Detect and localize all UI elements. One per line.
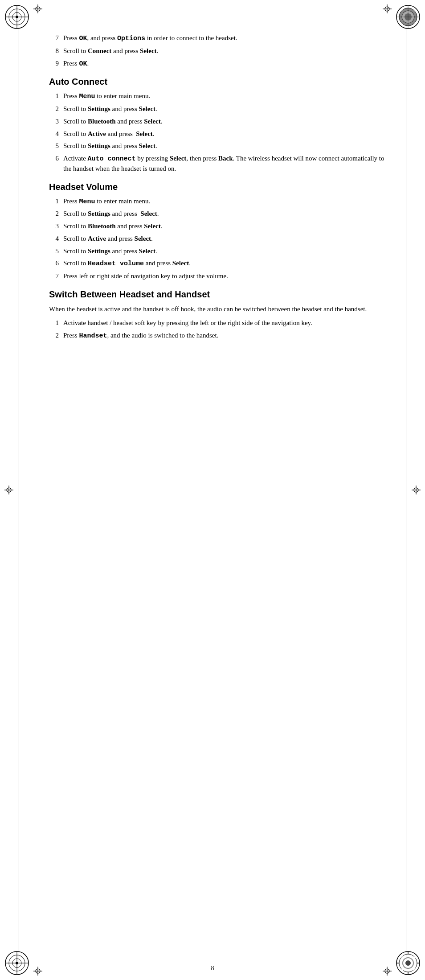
item-number: 7 — [49, 272, 59, 281]
corner-decoration-tr — [395, 4, 421, 30]
term-select: Select — [144, 118, 160, 125]
svg-point-17 — [16, 962, 18, 964]
term-headset-volume: Headset volume — [88, 260, 144, 268]
corner-decoration-br — [395, 950, 421, 976]
auto-connect-list: 1 Press Menu to enter main menu. 2 Scrol… — [49, 91, 385, 173]
section-switch-between: Switch Between Headset and Handset When … — [49, 289, 385, 341]
item-number: 3 — [49, 222, 59, 231]
term-bluetooth: Bluetooth — [88, 222, 116, 230]
term-select: Select — [139, 142, 155, 149]
item-text: Scroll to Active and press Select. — [63, 129, 385, 139]
crosshair-top-right — [383, 4, 392, 13]
term-settings: Settings — [88, 105, 110, 112]
item-text: Press OK, and press Options in order to … — [63, 33, 385, 44]
list-item: 2 Press Handset, and the audio is switch… — [49, 331, 385, 341]
term-active: Active — [88, 235, 106, 242]
list-item: 1 Activate handset / headset soft key by… — [49, 318, 385, 328]
list-item: 1 Press Menu to enter main menu. — [49, 197, 385, 207]
crosshair-bot-right — [383, 967, 392, 976]
list-item: 1 Press Menu to enter main menu. — [49, 91, 385, 102]
page-number: 8 — [211, 965, 214, 972]
item-number: 2 — [49, 331, 59, 341]
list-item: 7 Press OK, and press Options in order t… — [49, 33, 385, 44]
section-auto-connect: Auto Connect 1 Press Menu to enter main … — [49, 77, 385, 173]
item-number: 6 — [49, 259, 59, 269]
switch-between-list: 1 Activate handset / headset soft key by… — [49, 318, 385, 341]
section-title-headset-volume: Headset Volume — [49, 182, 385, 192]
item-number: 1 — [49, 318, 59, 328]
section-title-auto-connect: Auto Connect — [49, 77, 385, 87]
list-item: 7 Press left or right side of navigation… — [49, 272, 385, 281]
item-number: 9 — [49, 59, 59, 69]
list-item: 6 Scroll to Headset volume and press Sel… — [49, 259, 385, 269]
term-bluetooth: Bluetooth — [88, 118, 116, 125]
term-select: Select — [140, 47, 156, 54]
continued-list: 7 Press OK, and press Options in order t… — [49, 33, 385, 69]
item-number: 1 — [49, 197, 59, 207]
headset-volume-list: 1 Press Menu to enter main menu. 2 Scrol… — [49, 197, 385, 281]
section-continued: 7 Press OK, and press Options in order t… — [49, 33, 385, 69]
term-settings: Settings — [88, 210, 110, 217]
page: 7 Press OK, and press Options in order t… — [0, 0, 425, 980]
item-number: 3 — [49, 117, 59, 127]
border-top — [18, 19, 407, 19]
term-select: Select — [172, 259, 189, 267]
item-number: 1 — [49, 91, 59, 102]
item-text: Activate handset / headset soft key by p… — [63, 318, 385, 328]
list-item: 4 Scroll to Active and press Select. — [49, 234, 385, 244]
term-select: Select — [139, 105, 155, 112]
key-menu: Menu — [79, 93, 95, 100]
item-text: Scroll to Settings and press Select. — [63, 104, 385, 114]
term-settings-2: Settings — [88, 142, 110, 149]
item-text: Scroll to Settings and press Select. — [63, 209, 385, 219]
term-back: Back — [218, 155, 233, 162]
border-left — [19, 18, 19, 962]
section-title-switch-between: Switch Between Headset and Handset — [49, 289, 385, 300]
list-item: 9 Press OK. — [49, 59, 385, 69]
corner-decoration-bl — [4, 950, 30, 976]
item-number: 2 — [49, 104, 59, 114]
item-text: Scroll to Bluetooth and press Select. — [63, 117, 385, 127]
term-auto-connect: Auto connect — [88, 155, 136, 163]
border-right — [406, 18, 406, 962]
item-text: Scroll to Connect and press Select. — [63, 46, 385, 56]
list-item: 8 Scroll to Connect and press Select. — [49, 46, 385, 56]
item-text: Scroll to Headset volume and press Selec… — [63, 259, 385, 269]
item-text: Press left or right side of navigation k… — [63, 272, 385, 281]
item-text: Scroll to Bluetooth and press Select. — [63, 222, 385, 231]
item-text: Press Handset, and the audio is switched… — [63, 331, 385, 341]
key-handset: Handset — [79, 332, 107, 340]
section-headset-volume: Headset Volume 1 Press Menu to enter mai… — [49, 182, 385, 281]
key-options: Options — [117, 35, 145, 42]
item-text: Press OK. — [63, 59, 385, 69]
item-number: 5 — [49, 247, 59, 256]
term-select: Select — [136, 130, 152, 137]
term-select: Select — [170, 155, 186, 162]
item-number: 4 — [49, 234, 59, 244]
key-ok-2: OK — [79, 60, 87, 68]
term-select: Select — [139, 247, 155, 255]
item-number: 4 — [49, 129, 59, 139]
item-number: 7 — [49, 33, 59, 44]
crosshair-mid-right — [412, 486, 421, 494]
content-area: 7 Press OK, and press Options in order t… — [45, 25, 389, 955]
term-settings-3: Settings — [88, 247, 110, 255]
crosshair-mid-left — [4, 486, 13, 494]
svg-point-5 — [16, 16, 18, 18]
border-bottom — [18, 961, 407, 961]
term-active: Active — [88, 130, 106, 137]
list-item: 5 Scroll to Settings and press Select. — [49, 141, 385, 151]
list-item: 3 Scroll to Bluetooth and press Select. — [49, 117, 385, 127]
item-number: 2 — [49, 209, 59, 219]
section-intro-text: When the headset is active and the hands… — [49, 304, 385, 314]
item-number: 5 — [49, 141, 59, 151]
corner-decoration-tl — [4, 4, 30, 30]
list-item: 6 Activate Auto connect by pressing Sele… — [49, 154, 385, 174]
term-select: Select — [140, 210, 157, 217]
key-ok: OK — [79, 35, 87, 42]
key-menu: Menu — [79, 198, 95, 206]
item-text: Press Menu to enter main menu. — [63, 91, 385, 102]
item-text: Scroll to Settings and press Select. — [63, 247, 385, 256]
item-number: 8 — [49, 46, 59, 56]
item-number: 6 — [49, 154, 59, 174]
